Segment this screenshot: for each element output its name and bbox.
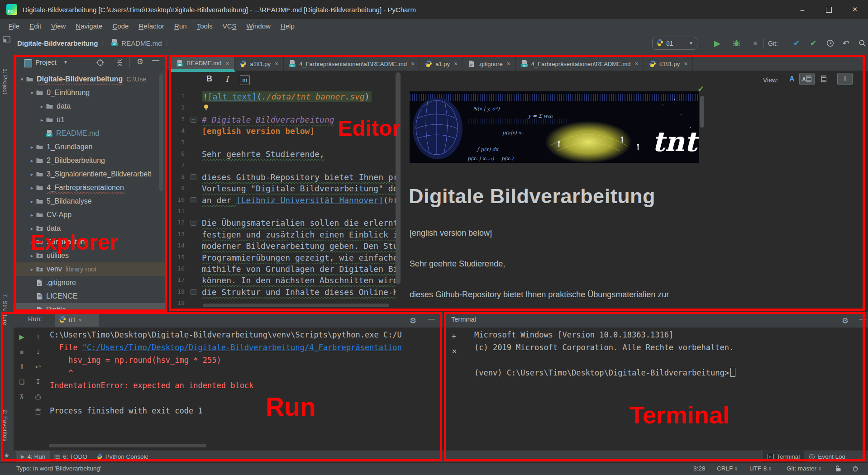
run-horizontal-scrollbar[interactable] <box>49 444 206 447</box>
history-button[interactable] <box>823 33 837 53</box>
fold-marker-icon[interactable]: − <box>191 220 196 226</box>
fold-marker-icon[interactable]: − <box>191 174 196 180</box>
run-button[interactable]: ▶ <box>711 33 724 53</box>
print-icon[interactable]: ⎙ <box>33 392 43 402</box>
editor-tab-4-farbrepr-sentationen-readme-md[interactable]: MD4_Farbrepräsentationen\README.md× <box>516 57 644 71</box>
update-project-button[interactable]: ✔ <box>790 33 803 53</box>
commit-button[interactable]: ✔ <box>806 33 820 53</box>
intention-bulb-icon[interactable] <box>203 104 210 113</box>
chevron-collapsed-icon[interactable]: ▸ <box>38 104 46 109</box>
close-icon[interactable]: × <box>79 317 82 323</box>
menu-file[interactable]: File <box>4 19 24 33</box>
fold-marker-icon[interactable]: − <box>191 117 196 123</box>
rerun-icon[interactable]: ▶ <box>17 332 27 342</box>
clear-icon[interactable] <box>33 407 43 417</box>
tree-item-1-grundlagen[interactable]: ▸1_Grundlagen <box>14 140 166 154</box>
toolwindow-button-4-run[interactable]: ▶4: Run <box>16 451 50 463</box>
sidebar-item-favorites[interactable]: 2: Favorites <box>2 409 9 442</box>
locate-file-icon[interactable] <box>96 59 104 68</box>
toolwindow-button-event-log[interactable]: Event Log <box>804 451 850 463</box>
preview-only-view-button[interactable] <box>817 73 830 85</box>
inspections-icon[interactable] <box>852 465 859 474</box>
close-icon[interactable]: × <box>507 60 510 67</box>
tree-item-readme-md[interactable]: MDREADME.md <box>14 127 166 140</box>
hide-panel-icon[interactable]: — <box>152 56 159 64</box>
toolwindow-button-terminal[interactable]: Terminal <box>763 451 804 463</box>
menu-view[interactable]: View <box>46 19 71 33</box>
menu-navigate[interactable]: Navigate <box>71 19 107 33</box>
editor-tab-4-farbrepr-sentationen-a1-readme-md[interactable]: MD4_Farbrepräsentationen\a1\README.md× <box>284 57 420 71</box>
toolwindow-button-python-console[interactable]: Python Console <box>92 451 153 463</box>
menu-window[interactable]: Window <box>242 19 276 33</box>
lock-icon[interactable] <box>835 465 842 474</box>
minimize-button[interactable]: – <box>789 0 816 19</box>
hide-panel-icon[interactable]: — <box>859 315 866 323</box>
menu-refactor[interactable]: Refactor <box>134 19 169 33</box>
project-scrollbar[interactable] <box>159 74 163 191</box>
search-everywhere-button[interactable] <box>855 33 868 53</box>
split-view-button[interactable]: A <box>799 73 815 85</box>
pin-icon[interactable]: ⊼ <box>17 392 27 402</box>
hide-panel-icon[interactable]: — <box>428 315 435 323</box>
close-session-icon[interactable]: ✕ <box>449 347 459 356</box>
chevron-collapsed-icon[interactable]: ▸ <box>28 144 36 150</box>
fold-marker-icon[interactable]: − <box>191 197 196 203</box>
editor-tab--1-l1-py[interactable]: ü1\l1.py× <box>644 57 693 71</box>
close-icon[interactable]: × <box>634 60 638 67</box>
close-icon[interactable]: × <box>275 60 278 67</box>
breadcrumb-file[interactable]: README.md <box>121 39 162 47</box>
run-configuration-select[interactable]: ü1 ▼ <box>652 37 697 50</box>
close-icon[interactable]: × <box>225 60 229 67</box>
tree-item-licence[interactable]: ?LICENCE <box>14 290 166 303</box>
chevron-collapsed-icon[interactable]: ▸ <box>28 266 36 272</box>
gear-icon[interactable]: ⚙ <box>842 316 849 326</box>
tree-item-utilities[interactable]: ▸utilities <box>14 249 166 262</box>
run-tab[interactable]: ü1 × <box>55 313 99 327</box>
tree-item-cv-app[interactable]: ▸CV-App <box>14 208 166 222</box>
split-icon[interactable]: ❏ <box>17 377 27 387</box>
tree-item--1[interactable]: ▸ü1 <box>14 113 166 127</box>
chevron-collapsed-icon[interactable]: ▸ <box>28 239 36 245</box>
gear-icon[interactable]: ⚙ <box>137 57 143 66</box>
scroll-end-icon[interactable]: ↧ <box>33 377 43 387</box>
editor-horizontal-scrollbar[interactable] <box>203 304 389 307</box>
chevron-expanded-icon[interactable]: ▾ <box>28 90 36 96</box>
chevron-collapsed-icon[interactable]: ▸ <box>28 158 36 164</box>
up-icon[interactable]: ↑ <box>33 332 43 342</box>
encoding-select[interactable]: UTF-8⇕ <box>749 465 772 472</box>
menu-edit[interactable]: Edit <box>24 19 46 33</box>
sidebar-item-project[interactable]: 1: Project <box>2 68 9 94</box>
tree-item-data[interactable]: ▸data <box>14 100 166 113</box>
toolwindow-button-6-todo[interactable]: 6: TODO <box>50 451 92 463</box>
collapse-all-icon[interactable] <box>116 59 124 68</box>
tree-item-3-signalorientierte-bildverarbeit[interactable]: ▸3_Signalorientierte_Bildverarbeit <box>14 167 166 181</box>
chevron-collapsed-icon[interactable]: ▸ <box>28 199 36 204</box>
new-session-icon[interactable]: + <box>449 332 459 342</box>
sync-scroll-button[interactable]: ⇩ <box>837 73 853 85</box>
editor-vertical-scrollbar[interactable] <box>396 72 401 284</box>
debug-button[interactable] <box>730 33 743 53</box>
editor-tab-a1-l1-py[interactable]: a1\l1.py× <box>234 57 284 71</box>
tree-item-venv[interactable]: ▸venvlibrary root <box>14 262 166 276</box>
tree-item-sandkasten[interactable]: ▸Sandkasten <box>14 235 166 249</box>
bold-button[interactable]: B <box>206 74 212 84</box>
project-panel-title[interactable]: Project <box>35 58 57 66</box>
menu-code[interactable]: Code <box>108 19 134 33</box>
caret-position[interactable]: 3:28 <box>693 465 705 472</box>
editor-tab-readme-md[interactable]: MDREADME.md× <box>171 57 234 71</box>
down-icon[interactable]: ↓ <box>33 347 43 357</box>
menu-vcs[interactable]: VCS <box>218 19 242 33</box>
code-format-button[interactable]: m <box>240 75 250 85</box>
stop-button[interactable]: ■ <box>749 33 762 53</box>
status-message[interactable]: Typo: In word 'Bildverarbeitung' <box>16 465 101 472</box>
close-icon[interactable]: × <box>454 60 458 67</box>
close-button[interactable]: ✕ <box>842 0 868 19</box>
menu-tools[interactable]: Tools <box>192 19 218 33</box>
git-branch-select[interactable]: Git: master⇕ <box>787 465 822 472</box>
softwrap-icon[interactable]: ↩ <box>33 362 43 372</box>
tree-item--gitignore[interactable]: .gitignore <box>14 276 166 290</box>
chevron-expanded-icon[interactable]: ▾ <box>18 76 26 82</box>
tree-item-4-farbrepr-sentationen[interactable]: ▸4_Farbrepräsentationen <box>14 181 166 195</box>
stop-icon[interactable]: ■ <box>17 347 27 357</box>
chevron-collapsed-icon[interactable]: ▸ <box>28 226 36 232</box>
